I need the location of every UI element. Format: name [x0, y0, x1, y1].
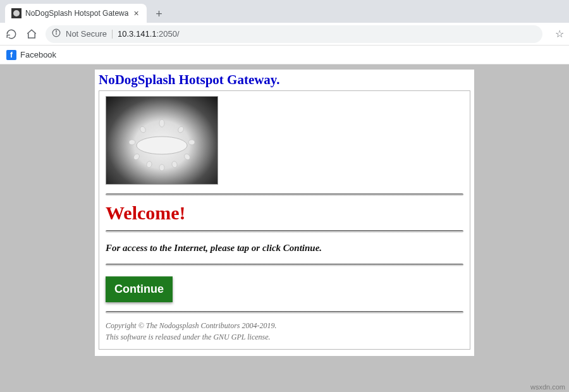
- welcome-heading: Welcome!: [106, 202, 463, 224]
- separator: [106, 264, 463, 266]
- toolbar: Not Secure 10.3.141.1:2050/ ☆: [0, 23, 569, 46]
- new-tab-button[interactable]: +: [150, 5, 168, 23]
- facebook-icon[interactable]: f: [6, 50, 16, 60]
- svg-point-0: [13, 10, 20, 16]
- continue-button[interactable]: Continue: [106, 276, 173, 302]
- svg-point-9: [188, 140, 195, 145]
- reload-icon[interactable]: [5, 28, 18, 40]
- svg-point-5: [159, 119, 164, 127]
- svg-point-7: [177, 125, 185, 133]
- svg-point-4: [137, 137, 187, 154]
- page-viewport: NoDogSplash Hotspot Gateway.: [0, 64, 569, 392]
- info-icon: [52, 28, 61, 39]
- tab-title: NoDogSplash Hotspot Gatewa: [25, 9, 128, 18]
- divider: [112, 30, 113, 39]
- page-card: NoDogSplash Hotspot Gateway.: [95, 70, 474, 356]
- copyright-line-1: Copyright © The Nodogsplash Contributors…: [106, 320, 463, 331]
- instructions-text: For access to the Internet, please tap o…: [106, 239, 463, 257]
- url-text: 10.3.141.1:2050/: [118, 29, 180, 39]
- favicon-icon: [11, 8, 21, 18]
- watermark: wsxdn.com: [530, 383, 565, 391]
- separator: [106, 193, 463, 196]
- svg-point-12: [146, 161, 152, 168]
- bookmark-star-icon[interactable]: ☆: [555, 28, 564, 40]
- content-box: Welcome! For access to the Internet, ple…: [99, 90, 470, 350]
- continue-wrap: Continue: [106, 273, 463, 305]
- svg-point-6: [139, 125, 147, 133]
- home-icon[interactable]: [25, 28, 38, 40]
- address-bar[interactable]: Not Secure 10.3.141.1:2050/: [46, 25, 542, 43]
- svg-point-13: [171, 161, 178, 168]
- bookmarks-bar: f Facebook: [0, 46, 569, 64]
- browser-tab[interactable]: NoDogSplash Hotspot Gatewa ×: [5, 4, 147, 23]
- svg-point-11: [183, 152, 192, 161]
- separator: [106, 311, 463, 314]
- svg-point-10: [133, 152, 141, 161]
- svg-point-3: [56, 31, 56, 32]
- svg-point-8: [129, 140, 135, 145]
- tab-bar: NoDogSplash Hotspot Gatewa × +: [0, 0, 569, 23]
- bookmark-facebook[interactable]: Facebook: [20, 50, 56, 59]
- browser-chrome: NoDogSplash Hotspot Gatewa × + Not Secur…: [0, 0, 569, 64]
- separator: [106, 230, 463, 233]
- copyright-text: Copyright © The Nodogsplash Contributors…: [106, 320, 463, 343]
- url-path: :2050/: [157, 29, 180, 39]
- splash-image: [106, 96, 218, 185]
- url-host: 10.3.141.1: [118, 29, 156, 39]
- close-icon[interactable]: ×: [132, 8, 140, 18]
- svg-point-14: [159, 164, 164, 171]
- copyright-line-2: This software is released under the GNU …: [106, 331, 463, 343]
- page-title: NoDogSplash Hotspot Gateway.: [99, 72, 470, 88]
- security-status: Not Secure: [66, 29, 107, 39]
